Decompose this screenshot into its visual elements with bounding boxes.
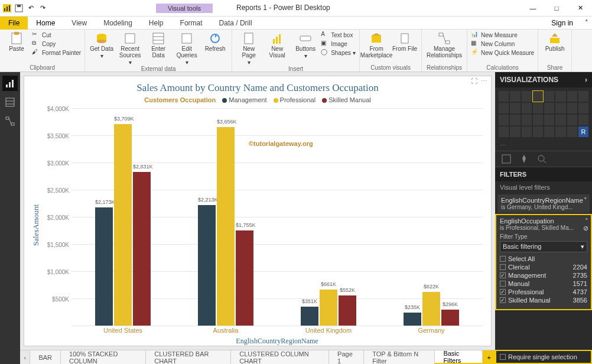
filter-card-country[interactable]: EnglishCountryRegionName is Germany, Uni… [497,194,590,213]
viz-type-icon[interactable] [567,115,577,125]
image-button[interactable]: ▣Image [321,40,356,48]
manage-relationships-button[interactable]: Manage Relationships [425,31,463,58]
refresh-button[interactable]: Refresh [202,31,228,52]
require-single-selection[interactable]: Require single selection [495,350,592,364]
viz-type-icon[interactable] [533,115,543,125]
bar-united-states-management[interactable]: $2,173K [95,207,113,326]
copy-button[interactable]: ⧉Copy [32,40,81,48]
page-tab-clustered-bar[interactable]: CLUSTERED BAR CHART [146,350,231,364]
page-tab-topn[interactable]: TOP & Bittom N Filter [364,350,435,364]
filter-option-management[interactable]: Management2735 [500,271,587,280]
viz-type-icon[interactable] [567,126,577,137]
new-column-button[interactable]: ▦New Column [471,40,534,48]
viz-type-icon[interactable] [578,115,588,125]
maximize-button[interactable]: □ [545,0,568,17]
viz-more-icon[interactable]: ⋯ [495,141,592,151]
filter-option-select-all[interactable]: Select All [500,255,587,263]
viz-type-icon[interactable] [522,91,532,102]
bar-germany-skilled manual[interactable]: $296K [441,310,459,326]
tab-view[interactable]: View [63,17,95,30]
data-view-icon[interactable] [2,95,18,110]
tab-format[interactable]: Format [172,17,211,30]
visualizations-header[interactable]: VISUALIZATIONS› [495,72,592,87]
fields-well-icon[interactable] [501,154,512,164]
publish-button[interactable]: Publish [542,31,568,52]
close-button[interactable]: ✕ [568,0,592,17]
bar-united-states-professional[interactable]: $3,709K [114,124,132,326]
viz-type-icon[interactable] [555,126,565,137]
undo-icon[interactable]: ↶ [26,4,35,13]
enter-data-button[interactable]: Enter Data [145,31,171,58]
minimize-button[interactable]: — [521,0,545,17]
from-marketplace-button[interactable]: From Marketplace [363,31,389,58]
save-icon[interactable] [14,4,24,13]
analytics-pane-icon[interactable] [536,154,547,164]
filter-option-manual[interactable]: Manual1571 [500,280,587,288]
report-canvas[interactable]: ⛶ ⋯ Sales Amount by Country Name and Cus… [24,76,492,346]
format-painter-button[interactable]: 🖌Format Painter [32,48,81,57]
tab-home[interactable]: Home [28,17,63,30]
clear-filter-icon[interactable]: ⊘ [583,225,588,232]
tab-help[interactable]: Help [141,17,172,30]
chevron-down-icon[interactable]: ˅ [584,197,587,204]
viz-type-icon[interactable] [522,103,532,113]
bar-united-states-skilled manual[interactable]: $2,831K [133,172,151,326]
viz-type-icon[interactable] [533,126,543,137]
filter-option-skilled[interactable]: Skilled Manual3856 [500,296,587,304]
shapes-button[interactable]: ◯Shapes ▾ [321,48,356,57]
redo-icon[interactable]: ↷ [38,4,47,13]
viz-type-icon[interactable] [555,115,565,125]
recent-sources-button[interactable]: Recent Sources▾ [117,31,143,66]
get-data-button[interactable]: Get Data▾ [89,31,115,59]
viz-type-icon[interactable] [499,103,509,113]
from-file-button[interactable]: From File [392,31,418,52]
add-page-button[interactable]: + [483,350,495,364]
viz-type-icon[interactable] [499,91,509,102]
bar-united-kingdom-skilled manual[interactable]: $552K [339,295,356,326]
viz-type-icon[interactable] [555,91,565,102]
filter-option-clerical[interactable]: Clerical2204 [500,263,587,271]
edit-queries-button[interactable]: Edit Queries▾ [174,31,200,66]
viz-type-icon[interactable] [499,126,509,137]
page-nav-prev[interactable]: ‹ [20,350,30,364]
sign-in-link[interactable]: Sign in [543,19,581,27]
page-tab-page1[interactable]: Page 1 [329,350,364,364]
viz-type-icon[interactable] [555,103,565,113]
more-options-icon[interactable]: ⋯ [481,77,487,85]
viz-type-icon[interactable] [499,115,509,125]
paste-button[interactable]: Paste [4,31,30,52]
filter-type-select[interactable]: Basic filtering▾ [500,241,587,252]
new-measure-button[interactable]: 📊New Measure [471,31,534,39]
tab-data-drill[interactable]: Data / Drill [211,17,261,30]
filter-option-professional[interactable]: Professional4737 [500,288,587,296]
page-tab-clustered-col[interactable]: CLUSTERED COLUMN CHART [231,350,329,364]
new-visual-button[interactable]: New Visual [264,31,290,58]
buttons-button[interactable]: Buttons▾ [292,31,318,59]
bar-germany-management[interactable]: $235K [404,313,421,326]
page-tab-basic-filters[interactable]: Basic Filters [435,350,483,364]
viz-type-icon[interactable] [544,126,554,137]
textbox-button[interactable]: AText box [321,31,356,39]
cut-button[interactable]: ✂Cut [32,31,81,39]
focus-mode-icon[interactable]: ⛶ [471,77,477,85]
viz-type-icon[interactable] [522,126,532,137]
viz-type-icon[interactable] [544,115,554,125]
page-tab-bar[interactable]: BAR [30,350,61,364]
viz-type-icon[interactable] [544,103,554,113]
model-view-icon[interactable] [2,113,18,129]
format-pane-icon[interactable] [519,154,529,164]
viz-type-icon[interactable] [578,91,588,102]
viz-type-r-icon[interactable]: R [578,126,588,137]
viz-type-icon[interactable] [510,91,520,102]
viz-type-icon[interactable] [567,91,577,102]
viz-type-icon[interactable] [578,103,588,113]
viz-type-icon[interactable] [510,115,520,125]
viz-type-icon[interactable] [510,126,520,137]
bar-united-kingdom-professional[interactable]: $661K [320,290,337,326]
viz-type-icon[interactable] [544,91,554,102]
bar-germany-professional[interactable]: $622K [422,292,440,326]
filter-card-occupation[interactable]: EnglishOccupation is Professional, Skill… [496,215,591,309]
tab-modeling[interactable]: Modeling [95,17,141,30]
bar-australia-professional[interactable]: $3,656K [217,127,235,326]
report-view-icon[interactable] [2,76,18,91]
